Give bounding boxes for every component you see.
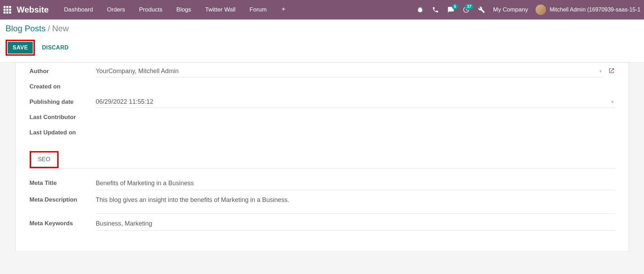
- breadcrumb-current: New: [52, 24, 69, 33]
- meta-keywords-label: Meta Keywords: [30, 217, 96, 227]
- username: Mitchell Admin (16970939-saas-15-1: [550, 7, 641, 13]
- navbar-right: 5 37 My Company Mitchell Admin (16970939…: [416, 5, 641, 15]
- meta-description-label: Meta Description: [30, 194, 96, 203]
- author-row: Author YourCompany, Mitchell Admin ▼: [30, 63, 615, 78]
- meta-title-row: Meta Title Benefits of Marketing in a Bu…: [30, 177, 615, 190]
- menu-forum[interactable]: Forum: [243, 6, 274, 14]
- last-contributor-label: Last Contributor: [30, 114, 96, 121]
- meta-title-value: Benefits of Marketing in a Business: [96, 180, 194, 187]
- meta-description-value: This blog gives an insight into the bene…: [96, 196, 289, 203]
- last-contributor-row: Last Contributor: [30, 109, 615, 124]
- menu-blogs[interactable]: Blogs: [169, 6, 198, 14]
- external-link-icon[interactable]: [608, 68, 615, 75]
- chevron-down-icon: ▼: [599, 69, 603, 74]
- navbar-left: Website Dashboard Orders Products Blogs …: [3, 5, 293, 15]
- tools-icon[interactable]: [478, 6, 485, 14]
- control-bar: Blog Posts / New Save Discard: [0, 19, 644, 62]
- apps-icon[interactable]: [3, 6, 11, 14]
- app-brand[interactable]: Website: [17, 5, 49, 15]
- main-menu: Dashboard Orders Products Blogs Twitter …: [57, 6, 293, 14]
- action-buttons: Save Discard: [6, 40, 638, 56]
- publishing-date-label: Publishing date: [30, 99, 96, 105]
- save-button[interactable]: Save: [8, 42, 33, 54]
- menu-orders[interactable]: Orders: [100, 6, 132, 14]
- meta-keywords-row: Meta Keywords Business, Marketing: [30, 217, 615, 230]
- created-on-label: Created on: [30, 83, 96, 90]
- publishing-date-field[interactable]: 06/29/2022 11:55:12 ▼: [96, 96, 615, 108]
- bug-icon[interactable]: [416, 6, 424, 14]
- last-contributor-field: [96, 115, 615, 119]
- menu-twitter-wall[interactable]: Twitter Wall: [198, 6, 242, 14]
- publishing-date-row: Publishing date 06/29/2022 11:55:12 ▼: [30, 93, 615, 109]
- form-sheet: Author YourCompany, Mitchell Admin ▼ Cre…: [15, 62, 629, 252]
- breadcrumb-root[interactable]: Blog Posts: [6, 24, 46, 33]
- menu-add[interactable]: [274, 6, 293, 14]
- author-field[interactable]: YourCompany, Mitchell Admin ▼: [96, 65, 603, 77]
- avatar: [536, 5, 546, 15]
- chat-badge: 5: [452, 4, 459, 9]
- meta-title-label: Meta Title: [30, 177, 96, 187]
- activity-badge: 37: [465, 4, 473, 9]
- content-scroll[interactable]: Author YourCompany, Mitchell Admin ▼ Cre…: [0, 62, 644, 274]
- user-menu[interactable]: Mitchell Admin (16970939-saas-15-1: [536, 5, 641, 15]
- menu-dashboard[interactable]: Dashboard: [57, 6, 100, 14]
- seo-section: Meta Title Benefits of Marketing in a Bu…: [30, 169, 615, 230]
- meta-description-field[interactable]: This blog gives an insight into the bene…: [96, 194, 615, 214]
- phone-icon[interactable]: [432, 6, 439, 14]
- chat-icon[interactable]: 5: [447, 6, 455, 14]
- activity-icon[interactable]: 37: [462, 6, 470, 14]
- tab-seo[interactable]: SEO: [31, 152, 58, 167]
- publishing-date-value: 06/29/2022 11:55:12: [96, 98, 153, 105]
- menu-products[interactable]: Products: [132, 6, 169, 14]
- tab-bar: SEO: [30, 151, 615, 169]
- author-value: YourCompany, Mitchell Admin: [96, 68, 179, 75]
- breadcrumb: Blog Posts / New: [6, 24, 638, 33]
- meta-keywords-value: Business, Marketing: [96, 220, 152, 227]
- company-selector[interactable]: My Company: [493, 6, 528, 13]
- seo-tab-highlight: SEO: [30, 151, 59, 168]
- author-label: Author: [30, 68, 96, 75]
- top-navbar: Website Dashboard Orders Products Blogs …: [0, 0, 644, 19]
- last-updated-label: Last Updated on: [30, 129, 96, 136]
- last-updated-row: Last Updated on: [30, 124, 615, 139]
- last-updated-field: [96, 131, 615, 135]
- created-on-row: Created on: [30, 78, 615, 93]
- save-highlight: Save: [6, 40, 35, 56]
- chevron-down-icon: ▼: [611, 100, 615, 104]
- meta-keywords-field[interactable]: Business, Marketing: [96, 217, 615, 230]
- created-on-field: [96, 85, 615, 89]
- meta-description-row: Meta Description This blog gives an insi…: [30, 194, 615, 214]
- meta-title-field[interactable]: Benefits of Marketing in a Business: [96, 177, 615, 190]
- discard-button[interactable]: Discard: [42, 45, 68, 51]
- breadcrumb-sep: /: [48, 24, 50, 33]
- form-table: Author YourCompany, Mitchell Admin ▼ Cre…: [30, 63, 615, 139]
